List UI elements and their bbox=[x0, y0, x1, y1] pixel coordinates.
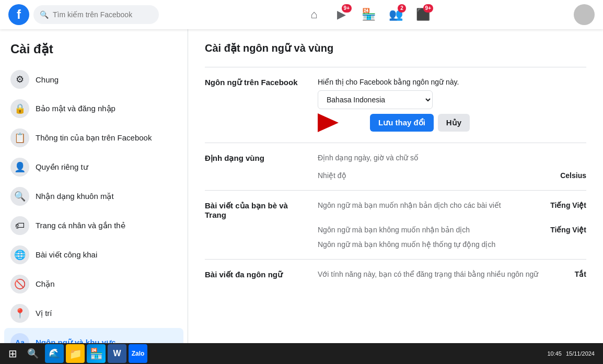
sidebar-item-bai-viet-cong-khai[interactable]: 🌐 Bài viết công khai bbox=[4, 240, 183, 269]
search-taskbar-button[interactable]: 🔍 bbox=[23, 345, 43, 362]
sidebar-item-label: Quyền riêng tư bbox=[36, 162, 88, 172]
avatar[interactable] bbox=[574, 4, 595, 25]
sidebar-item-bao-mat[interactable]: 🔒 Bảo mật và đăng nhập bbox=[4, 94, 183, 123]
search-icon: 🔍 bbox=[40, 10, 49, 19]
search-input[interactable] bbox=[53, 10, 153, 19]
dinh-dang-vung-label: Định dạng vùng bbox=[205, 154, 309, 163]
section-ngon-ngu: Ngôn ngữ trên Facebook Hiển thị cho Face… bbox=[205, 67, 586, 143]
btn-row: Lưu thay đổi Hủy bbox=[318, 113, 586, 132]
zalo-icon: Zalo bbox=[132, 350, 145, 357]
chung-icon: ⚙ bbox=[10, 70, 29, 89]
chan-icon: 🚫 bbox=[10, 275, 29, 293]
store-icon: 🏪 bbox=[90, 347, 103, 360]
pages-nav-button[interactable]: ⬛ 9+ bbox=[410, 2, 435, 27]
bai-viet-ban-be-value: Tiếng Việt bbox=[550, 201, 586, 219]
home-nav-button[interactable]: ⌂ bbox=[302, 2, 327, 27]
friends-nav-button[interactable]: 👥 2 bbox=[383, 2, 408, 27]
nav-icons-group: ⌂ ▶ 9+ 🏪 👥 2 ⬛ 9+ bbox=[167, 2, 570, 27]
marketplace-nav-button[interactable]: 🏪 bbox=[356, 2, 381, 27]
bai-viet-cong-khai-icon: 🌐 bbox=[10, 245, 29, 264]
ngon-ngu-hint: Hiển thị cho Facebook bằng ngôn ngữ này. bbox=[318, 78, 586, 86]
bai-viet-ban-be-label: Bài viết của bạn bè và Trang bbox=[205, 201, 309, 219]
quyen-rieng-tu-icon: 👤 bbox=[10, 158, 29, 177]
sidebar-item-trang-ca-nhan[interactable]: 🏷 Trang cá nhân và gắn thẻ bbox=[4, 211, 183, 240]
sidebar-item-label: Chặn bbox=[36, 279, 55, 289]
sidebar-item-quyen-rieng-tu[interactable]: 👤 Quyền riêng tư bbox=[4, 152, 183, 182]
ngon-ngu-label: Ngôn ngữ trên Facebook bbox=[205, 78, 309, 87]
bai-viet-da-ngon-ngu-label: Bài viết đa ngôn ngữ bbox=[205, 270, 309, 279]
vi-tri-icon: 📍 bbox=[10, 304, 29, 323]
top-navigation: f 🔍 ⌂ ▶ 9+ 🏪 👥 2 ⬛ 9+ bbox=[0, 0, 603, 29]
nav-right bbox=[574, 4, 595, 25]
sidebar-item-label: Trang cá nhân và gắn thẻ bbox=[36, 221, 125, 230]
home-icon: ⌂ bbox=[310, 8, 317, 21]
sidebar-title: Cài đặt bbox=[4, 38, 183, 65]
word-icon: W bbox=[113, 349, 121, 358]
save-button[interactable]: Lưu thay đổi bbox=[370, 114, 434, 132]
ngon-ngu-content: Hiển thị cho Facebook bằng ngôn ngữ này.… bbox=[318, 78, 586, 132]
sidebar-item-label: Bài viết công khai bbox=[36, 250, 97, 260]
bai-viet-ban-be-desc2: Ngôn ngữ mà bạn không muốn nhận bản dịch bbox=[318, 226, 542, 234]
red-arrow-annotation bbox=[318, 113, 360, 132]
word-taskbar-button[interactable]: W bbox=[108, 344, 126, 363]
sidebar-item-vi-tri[interactable]: 📍 Vị trí bbox=[4, 299, 183, 328]
bai-viet-da-ngon-ngu-desc: Với tính năng này, bạn có thể đăng trạng… bbox=[318, 270, 566, 278]
language-dropdown[interactable]: Bahasa Indonesia Tiếng Việt English (US) bbox=[318, 90, 433, 109]
bai-viet-ban-be-value2: Tiếng Việt bbox=[550, 226, 586, 234]
marketplace-icon: 🏪 bbox=[362, 8, 376, 21]
section-bai-viet-ban-be: Bài viết của bạn bè và Trang Ngôn ngữ mà… bbox=[205, 190, 586, 259]
facebook-logo[interactable]: f bbox=[8, 4, 29, 25]
search-taskbar-icon: 🔍 bbox=[27, 348, 39, 359]
nhiet-do-value: Celsius bbox=[560, 171, 586, 180]
section-bai-viet-da-ngon-ngu: Bài viết đa ngôn ngữ Với tính năng này, … bbox=[205, 259, 586, 290]
taskbar: ⊞ 🔍 🌊 📁 🏪 W Zalo 10:45 15/11/2024 bbox=[0, 343, 603, 364]
page-title: Cài đặt ngôn ngữ và vùng bbox=[205, 42, 586, 54]
sidebar-item-label: Nhận dạng khuôn mặt bbox=[36, 192, 114, 201]
taskbar-date: 15/11/2024 bbox=[566, 350, 595, 357]
sidebar-item-label: Thông tin của bạn trên Facebook bbox=[36, 133, 152, 143]
sidebar: Cài đặt ⚙ Chung 🔒 Bảo mật và đăng nhập 📋… bbox=[0, 29, 188, 364]
edge-icon: 🌊 bbox=[49, 348, 60, 359]
sidebar-item-chan[interactable]: 🚫 Chặn bbox=[4, 269, 183, 299]
sidebar-item-label: Vị trí bbox=[36, 309, 52, 318]
nhiet-do-label: Nhiệt độ bbox=[318, 171, 552, 180]
video-nav-button[interactable]: ▶ 9+ bbox=[329, 2, 354, 27]
taskbar-time: 10:45 bbox=[547, 350, 562, 357]
section-dinh-dang-vung: Định dạng vùng Định dạng ngày, giờ và ch… bbox=[205, 143, 586, 190]
files-taskbar-button[interactable]: 📁 bbox=[66, 344, 85, 363]
sidebar-item-thong-tin[interactable]: 📋 Thông tin của bạn trên Facebook bbox=[4, 123, 183, 152]
sidebar-item-label: Bảo mật và đăng nhập bbox=[36, 104, 115, 113]
main-content: Cài đặt ngôn ngữ và vùng Ngôn ngữ trên F… bbox=[188, 29, 603, 364]
nhan-dang-icon: 🔍 bbox=[10, 187, 29, 206]
search-bar[interactable]: 🔍 bbox=[33, 5, 159, 24]
sidebar-item-nhan-dang[interactable]: 🔍 Nhận dạng khuôn mặt bbox=[4, 182, 183, 211]
sidebar-item-label: Chung bbox=[36, 75, 59, 84]
bai-viet-ban-be-desc3: Ngôn ngữ mà bạn không muốn hệ thống tự đ… bbox=[318, 240, 578, 249]
start-button[interactable]: ⊞ bbox=[4, 345, 21, 362]
store-taskbar-button[interactable]: 🏪 bbox=[87, 344, 106, 363]
bai-viet-da-ngon-ngu-value: Tắt bbox=[575, 270, 586, 278]
zalo-taskbar-button[interactable]: Zalo bbox=[129, 344, 147, 363]
video-badge: 9+ bbox=[342, 4, 352, 13]
pages-badge: 9+ bbox=[423, 4, 433, 13]
thong-tin-icon: 📋 bbox=[10, 128, 29, 147]
dinh-dang-vung-hint: Định dạng ngày, giờ và chữ số bbox=[318, 154, 578, 163]
trang-ca-nhan-icon: 🏷 bbox=[10, 216, 29, 235]
sidebar-item-chung[interactable]: ⚙ Chung bbox=[4, 65, 183, 94]
cancel-button[interactable]: Hủy bbox=[438, 114, 470, 132]
bao-mat-icon: 🔒 bbox=[10, 99, 29, 118]
edge-taskbar-button[interactable]: 🌊 bbox=[45, 344, 64, 363]
page-layout: Cài đặt ⚙ Chung 🔒 Bảo mật và đăng nhập 📋… bbox=[0, 29, 603, 364]
taskbar-clock: 10:45 15/11/2024 bbox=[547, 350, 599, 357]
bai-viet-ban-be-desc: Ngôn ngữ mà bạn muốn nhận bản dịch cho c… bbox=[318, 201, 542, 219]
files-icon: 📁 bbox=[69, 347, 82, 360]
friends-badge: 2 bbox=[398, 4, 406, 13]
